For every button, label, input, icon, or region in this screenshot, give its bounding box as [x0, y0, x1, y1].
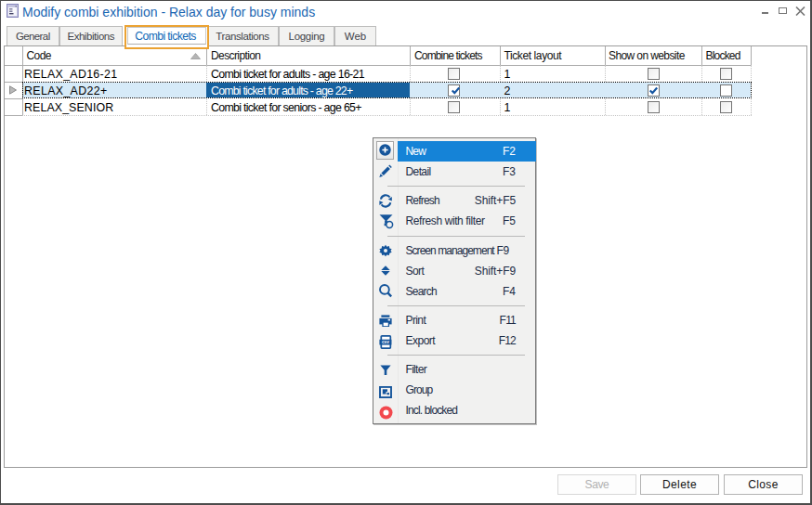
svg-text:csv: csv [382, 340, 389, 344]
